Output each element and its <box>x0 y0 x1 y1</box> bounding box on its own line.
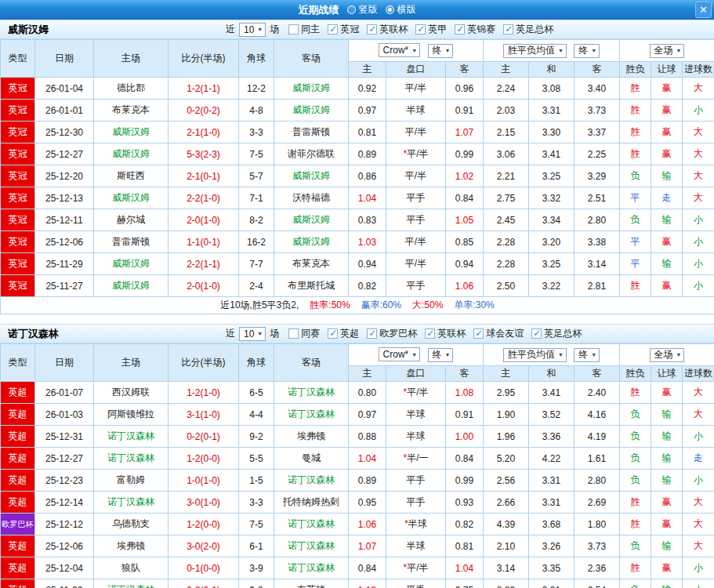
corners-cell: 3-9 <box>239 557 274 579</box>
home-team-cell: 普雷斯顿 <box>94 231 169 253</box>
date-cell: 26-01-03 <box>35 404 94 426</box>
checkbox-checked-icon[interactable] <box>328 328 338 339</box>
avg-home-cell: 1.96 <box>484 426 529 448</box>
home-team-cell: 乌德勒支 <box>94 514 169 535</box>
layout-radio-vertical[interactable]: 竖版 <box>347 3 378 16</box>
away-team-cell: 威斯汉姆 <box>274 231 349 253</box>
corners-cell: 9-2 <box>239 579 274 588</box>
avg-odds-select[interactable]: 胜平负均值▼ <box>503 348 567 362</box>
checkbox-checked-icon[interactable] <box>503 24 513 34</box>
home-team-cell: 斯旺西 <box>94 165 169 187</box>
league-filter-checkbox[interactable]: 英超 <box>328 327 359 340</box>
home-water-cell: 0.83 <box>349 209 386 231</box>
home-team-cell: 威斯汉姆 <box>94 187 169 209</box>
match-count-select[interactable]: 10▼ <box>239 23 266 37</box>
final-odds-select[interactable]: 终▼ <box>428 44 454 58</box>
home-water-cell: 0.88 <box>349 426 386 448</box>
date-cell: 25-12-31 <box>35 426 94 448</box>
league-type-badge: 英超 <box>1 535 35 557</box>
layout-radio-horizontal[interactable]: 横版 <box>386 3 416 16</box>
final-odds-select[interactable]: 终▼ <box>574 44 600 58</box>
match-row: 英超25-12-06埃弗顿3-0(2-0)6-1诺丁汉森林1.07半球0.812… <box>1 535 714 557</box>
match-count-select[interactable]: 10▼ <box>239 327 266 341</box>
checkbox-checked-icon[interactable] <box>328 24 338 34</box>
column-header-home: 主场 <box>94 344 169 382</box>
league-filter-checkbox[interactable]: 英足总杯 <box>503 23 553 36</box>
checkbox-checked-icon[interactable] <box>473 328 484 339</box>
avg-home-cell: 2.24 <box>484 78 529 100</box>
corners-cell: 7-1 <box>239 187 274 209</box>
date-cell: 25-12-04 <box>35 557 94 579</box>
column-header-water-away: 客 <box>446 366 484 382</box>
scope-select[interactable]: 全场▼ <box>650 44 685 58</box>
home-water-cell: 0.95 <box>349 492 386 514</box>
goals-result-cell: 大 <box>683 143 714 165</box>
avg-away-cell: 3.37 <box>574 122 620 143</box>
league-filter-checkbox[interactable]: 英联杯 <box>425 327 466 340</box>
goals-result-cell: 小 <box>683 209 714 231</box>
checkbox-checked-icon[interactable] <box>531 328 542 339</box>
column-header-result: 胜负 <box>620 366 651 382</box>
goals-result-cell: 大 <box>683 187 714 209</box>
goals-result-cell: 走 <box>683 448 714 470</box>
radio-icon[interactable] <box>347 5 356 14</box>
checkbox-checked-icon[interactable] <box>415 24 426 34</box>
column-header-goals: 进球数 <box>683 366 714 382</box>
home-team-cell: 阿斯顿维拉 <box>94 404 169 426</box>
date-cell: 25-12-12 <box>35 514 94 535</box>
league-type-badge: 英超 <box>1 557 35 579</box>
near-label: 近 <box>226 23 235 36</box>
league-filter-checkbox[interactable]: 英甲 <box>415 23 447 36</box>
section-divider <box>0 314 714 324</box>
odds-company-select[interactable]: Crow*▼ <box>379 347 421 361</box>
score-cell: 1-1(0-1) <box>169 231 239 253</box>
checkbox-unchecked-icon[interactable] <box>288 24 299 34</box>
league-type-badge: 英超 <box>1 470 35 492</box>
league-filter-checkbox[interactable]: 英锦赛 <box>455 23 495 36</box>
score-cell: 3-1(1-0) <box>169 404 239 426</box>
result-cell: 负 <box>620 579 651 588</box>
date-cell: 25-12-30 <box>35 122 94 143</box>
league-filter-checkbox[interactable]: 欧罗巴杯 <box>367 327 417 340</box>
close-button[interactable]: ✕ <box>695 2 712 18</box>
checkbox-checked-icon[interactable] <box>425 328 435 339</box>
checkbox-checked-icon[interactable] <box>455 24 465 34</box>
chevron-down-icon: ▼ <box>591 352 596 358</box>
league-type-badge: 英超 <box>1 404 35 426</box>
handicap-result-cell: 赢 <box>651 557 683 579</box>
handicap-result-cell: 输 <box>651 535 683 557</box>
avg-away-cell: 2.80 <box>574 209 620 231</box>
result-cell: 胜 <box>620 557 651 579</box>
team-name: 诺丁汉森林 <box>8 327 226 341</box>
league-filter-checkbox[interactable]: 球会友谊 <box>473 327 524 340</box>
checkbox-unchecked-icon[interactable] <box>288 328 299 339</box>
home-water-cell: 1.07 <box>349 535 386 557</box>
chevron-down-icon: ▼ <box>676 352 682 358</box>
goals-result-cell: 大 <box>683 165 714 187</box>
date-cell: 25-12-27 <box>35 448 94 470</box>
odds-company-select[interactable]: Crow*▼ <box>379 43 421 57</box>
league-filter-checkbox[interactable]: 英足总杯 <box>531 327 582 340</box>
league-filter-label: 英冠 <box>340 23 359 36</box>
final-odds-select[interactable]: 终▼ <box>428 348 454 362</box>
final-odds-select[interactable]: 终▼ <box>574 348 600 362</box>
venue-filter-checkbox[interactable]: 同赛 <box>288 327 320 340</box>
goals-result-cell: 小 <box>683 557 714 579</box>
league-filter-checkbox[interactable]: 英冠 <box>328 23 359 36</box>
column-header-result: 胜负 <box>620 62 651 78</box>
venue-filter-checkbox[interactable]: 同主 <box>288 23 320 36</box>
avg-home-cell: 1.90 <box>484 404 529 426</box>
scope-select[interactable]: 全场▼ <box>650 348 685 362</box>
checkbox-checked-icon[interactable] <box>367 328 377 339</box>
avg-odds-select[interactable]: 胜平负均值▼ <box>503 44 567 58</box>
avg-draw-cell: 3.08 <box>529 78 574 100</box>
corners-cell: 3-3 <box>239 492 274 514</box>
league-filter-checkbox[interactable]: 英联杯 <box>367 23 408 36</box>
summary-stat: 大:50% <box>412 299 443 310</box>
radio-icon[interactable] <box>386 5 394 14</box>
avg-home-cell: 2.03 <box>484 100 529 122</box>
checkbox-checked-icon[interactable] <box>367 24 377 34</box>
away-team-cell: 诺丁汉森林 <box>274 514 349 535</box>
result-cell: 负 <box>620 209 651 231</box>
date-cell: 26-01-04 <box>35 78 94 100</box>
